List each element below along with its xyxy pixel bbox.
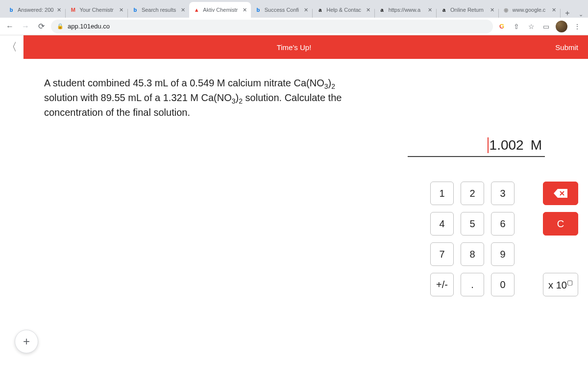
browser-tab-strip: bAnswered: 200✕ MYour Chemistr✕ bSearch … [0,0,588,18]
url-text: app.101edu.co [68,23,110,30]
tab-7[interactable]: aOnline Return✕ [437,2,498,18]
key-7[interactable]: 7 [430,242,454,266]
tab-8[interactable]: ◉www.google.c✕ [499,2,560,18]
close-icon[interactable]: ✕ [366,7,370,13]
nav-back-button[interactable]: ← [4,21,16,32]
tab-1[interactable]: MYour Chemistr✕ [66,2,127,18]
browser-toolbar: ← → ⟳ 🔒 app.101edu.co G ⇧ ☆ ▭ ⋮ [0,18,588,35]
favicon: M [70,6,76,13]
tab-3-active[interactable]: ▲Aktiv Chemistr✕ [189,2,250,18]
close-icon[interactable]: ✕ [119,7,123,13]
key-decimal[interactable]: . [461,273,484,296]
key-6[interactable]: 6 [491,212,514,236]
question-text: A student combined 45.3 mL of a 0.549 M … [44,77,358,119]
key-exponent[interactable]: x 10▢ [543,273,578,296]
new-tab-button[interactable]: + [561,9,574,18]
submit-button[interactable]: Submit [545,43,588,52]
key-8[interactable]: 8 [461,242,484,266]
key-9[interactable]: 9 [491,242,514,266]
key-plus-minus[interactable]: +/- [430,273,454,296]
favicon: a [379,6,386,13]
share-icon[interactable]: ⇧ [512,22,521,31]
close-icon[interactable]: ✕ [57,7,61,13]
tab-2[interactable]: bSearch results✕ [128,2,189,18]
menu-icon[interactable]: ⋮ [572,22,582,31]
close-icon[interactable]: ✕ [304,7,308,13]
nav-forward-button[interactable]: → [20,21,31,32]
answer-input[interactable]: 1.002 M [408,137,545,157]
lock-icon: 🔒 [57,23,64,29]
favicon: b [8,6,15,13]
close-icon[interactable]: ✕ [428,7,432,13]
answer-unit: M [531,137,542,153]
favicon: ◉ [503,6,510,13]
backspace-icon [554,189,567,198]
key-backspace[interactable] [543,182,578,205]
close-icon[interactable]: ✕ [181,7,185,13]
content-area: A student combined 45.3 mL of a 0.549 M … [0,59,588,368]
back-button[interactable]: 〈 [0,35,24,59]
key-1[interactable]: 1 [430,182,454,205]
status-text: Time's Up! [277,43,312,52]
google-icon[interactable]: G [497,22,507,31]
key-clear[interactable]: C [543,212,578,236]
tab-4[interactable]: bSuccess Confi✕ [251,2,312,18]
tab-overflow-button[interactable]: ⌄ [574,11,588,18]
close-icon[interactable]: ✕ [552,7,556,13]
window-icon[interactable]: ▭ [541,22,551,31]
tab-5[interactable]: aHelp & Contac✕ [313,2,374,18]
tab-0[interactable]: bAnswered: 200✕ [4,2,65,18]
close-icon[interactable]: ✕ [490,7,494,13]
key-5[interactable]: 5 [461,212,484,236]
bookmark-icon[interactable]: ☆ [526,22,536,31]
close-icon[interactable]: ✕ [243,7,247,13]
favicon: b [255,6,262,13]
key-3[interactable]: 3 [491,182,514,205]
favicon: ▲ [193,6,200,13]
app-header: 〈 Time's Up! Submit [0,35,588,59]
favicon: b [132,6,139,13]
keypad: 1 2 3 4 5 6 C 7 8 9 +/- . 0 x 10▢ [430,182,578,296]
key-2[interactable]: 2 [461,182,484,205]
favicon: a [441,6,447,13]
key-4[interactable]: 4 [430,212,454,236]
key-0[interactable]: 0 [491,273,514,296]
add-fab-button[interactable]: + [15,330,38,353]
tab-6[interactable]: ahttps://www.a✕ [375,2,436,18]
profile-avatar[interactable] [556,21,567,32]
answer-value: 1.002 [488,137,524,153]
address-bar[interactable]: 🔒 app.101edu.co [51,20,493,33]
nav-reload-button[interactable]: ⟳ [35,21,47,32]
favicon: a [317,6,323,13]
